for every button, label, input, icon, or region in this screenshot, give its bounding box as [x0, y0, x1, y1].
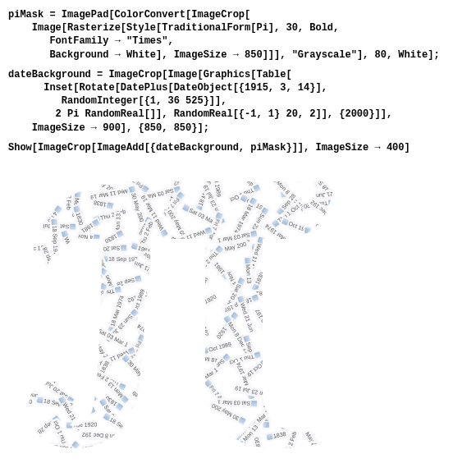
date-chip: Wed 11 Mar 19: [309, 440, 345, 448]
date-chip: 4 Nov: [292, 313, 305, 339]
date-chip: 1838: [91, 198, 115, 211]
date-chip: 18 Mar 1974: [132, 165, 175, 176]
date-chip: 1838: [264, 429, 288, 442]
date-chip: Tue 1920: [16, 231, 34, 245]
date-chip: 1838: [270, 259, 282, 282]
date-chip: 1830: [289, 298, 312, 309]
date-background: Wed 11 Mar 19Sat 03 Mar 118 Mar 1974Thu …: [16, 161, 345, 448]
pi-composite: Wed 11 Mar 19Sat 03 Mar 118 Mar 1974Thu …: [16, 161, 345, 448]
date-chip: Tue 1920: [64, 419, 98, 430]
date-chip: Thu 2 Feb: [50, 352, 87, 365]
date-chip: Oct 1989: [80, 439, 114, 448]
code-block-1: piMask = ImagePad[ColorConvert[ImageCrop…: [8, 8, 468, 62]
code-block-3: Show[ImageCrop[ImageAdd[{dateBackground,…: [8, 141, 468, 154]
date-chip: Sat 20 Jul: [229, 440, 240, 448]
code-block-2: dateBackground = ImageCrop[Image[Graphic…: [8, 68, 468, 135]
output-image: Wed 11 Mar 19Sat 03 Mar 118 Mar 1974Thu …: [16, 161, 468, 448]
date-chip: 4 Nov: [76, 232, 102, 243]
